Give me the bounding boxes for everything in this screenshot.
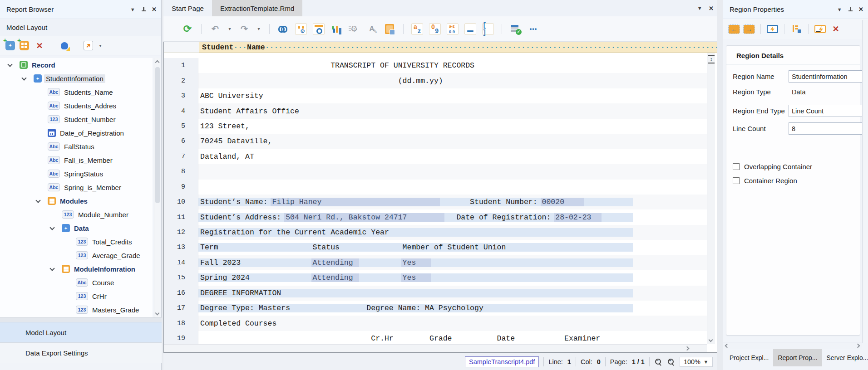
caret-icon[interactable] <box>256 23 261 35</box>
tree-item-fallstatus[interactable]: FallStatus <box>0 140 153 153</box>
region-resize-handle-icon[interactable]: ↕ <box>708 55 715 63</box>
tree-item-masters-grade[interactable]: Masters_Grade <box>0 303 153 316</box>
copy-page-icon[interactable] <box>385 24 394 34</box>
expand-chevron-icon[interactable] <box>50 227 62 229</box>
tree-item-modules[interactable]: Modules <box>0 194 153 208</box>
extracted-field-chip[interactable]: Attending <box>311 273 359 282</box>
assign-model-icon[interactable] <box>59 40 70 52</box>
expand-chevron-icon[interactable] <box>50 268 62 270</box>
tree-item-students-addres[interactable]: Students_Addres <box>0 99 153 112</box>
document-line-17[interactable]: 17Degree Type: Masters Degree Name: MA P… <box>164 301 707 316</box>
document-line-12[interactable]: 12Registration for the Current Academic … <box>164 225 707 240</box>
tool-tab-serverexplo[interactable]: Server Explo... <box>822 349 868 366</box>
tree-item-date-of-registration[interactable]: Date_of_Registration <box>0 126 153 140</box>
panel-switch-model-layout[interactable]: Model Layout <box>0 322 162 343</box>
document-line-6[interactable]: 670245 Dataville, <box>164 134 707 149</box>
font-edit-icon[interactable] <box>366 23 378 35</box>
document-line-18[interactable]: 18Completed Courses <box>164 316 707 331</box>
scroll-up-icon[interactable] <box>155 60 160 65</box>
scroll-left-icon[interactable] <box>725 344 730 348</box>
document-horizontal-scrollbar[interactable] <box>164 344 707 352</box>
document-line-16[interactable]: 16DEGREE INFORMATION <box>164 286 707 301</box>
tab-extractiontemplate-rmd[interactable]: ExtractionTemplate.Rmd <box>212 0 302 16</box>
find-icon[interactable] <box>277 23 289 35</box>
extracted-field-chip[interactable]: Yes <box>401 273 431 282</box>
document-line-4[interactable]: 4Student Affairs Office <box>164 103 707 118</box>
tree-item-spring-is-member[interactable]: Spring_is_Member <box>0 180 153 194</box>
expand-chevron-icon[interactable] <box>36 200 48 202</box>
tool-tab-reportprop[interactable]: Report Prop... <box>773 349 822 366</box>
prev-region-icon[interactable] <box>729 25 740 34</box>
panel-pin-icon[interactable] <box>848 6 853 13</box>
scroll-right-icon[interactable] <box>856 344 860 348</box>
region-end-type-input[interactable] <box>789 105 863 117</box>
tab-list-dropdown-icon[interactable]: ▼ <box>697 5 702 11</box>
tree-item-module-number[interactable]: Module_Number <box>0 208 153 221</box>
sort-az-icon[interactable] <box>411 23 423 35</box>
verify-icon[interactable] <box>313 23 325 35</box>
table-check-icon[interactable] <box>510 23 522 35</box>
redo-icon[interactable] <box>238 23 250 35</box>
extracted-field-chip[interactable]: 00020 <box>541 198 584 206</box>
tree-item-record[interactable]: Record <box>0 58 153 72</box>
panel-dropdown-icon[interactable]: ▼ <box>130 7 135 12</box>
extracted-field-chip[interactable]: Filip Haney <box>271 198 439 206</box>
more-icon[interactable] <box>528 23 539 35</box>
delete-item-icon[interactable] <box>34 40 45 52</box>
export-icon[interactable] <box>84 41 93 50</box>
panel-switch-data-export-settings[interactable]: Data Export Settings <box>0 343 162 363</box>
panel-pin-icon[interactable] <box>141 6 146 13</box>
tree-item-average-grade[interactable]: Average_Grade <box>0 248 153 262</box>
sort-09-icon[interactable] <box>429 23 441 35</box>
source-file-link[interactable]: SampleTranscript4.pdf <box>465 356 539 367</box>
expand-chevron-icon[interactable] <box>8 64 20 66</box>
tree-scrollbar[interactable] <box>154 58 160 317</box>
document-line-7[interactable]: 7Dataland, AT <box>164 149 707 164</box>
delete-region-icon[interactable] <box>830 23 842 35</box>
tree-item-course[interactable]: Course <box>0 276 153 289</box>
document-line-1[interactable]: 1 TRANSCRIPT OF UNIVERSITY RECORDS <box>164 58 707 73</box>
document-line-9[interactable]: 9 <box>164 180 707 195</box>
process-icon[interactable] <box>348 23 360 35</box>
refresh-icon[interactable] <box>182 23 193 35</box>
tree-item-student-number[interactable]: Student_Number <box>0 112 153 126</box>
tree-item-students-name[interactable]: Students_Name <box>0 85 153 99</box>
trap-icon[interactable] <box>767 25 778 33</box>
trap-ruler[interactable]: Student···Name··························… <box>164 42 717 53</box>
panel-close-icon[interactable]: ✕ <box>152 6 157 13</box>
tree-item-crhr[interactable]: CrHr <box>0 289 153 303</box>
document-line-8[interactable]: 8 <box>164 164 707 179</box>
tool-tab-projectexpl[interactable]: Project Expl... <box>725 349 773 366</box>
add-record-icon[interactable] <box>5 41 15 50</box>
document-line-13[interactable]: 13Term Status Member of Student Union <box>164 240 707 255</box>
properties-horizontal-scrollbar[interactable] <box>723 342 862 349</box>
scrollbar-thumb[interactable] <box>155 67 160 203</box>
extracted-field-chip[interactable]: 28-02-23 <box>554 213 602 222</box>
tree-item-springstatus[interactable]: SpringStatus <box>0 167 153 180</box>
tree-item-data[interactable]: Data <box>0 221 153 235</box>
overlapping-container-checkbox[interactable] <box>733 163 740 170</box>
document-line-14[interactable]: 14Fall 2023 Attending Yes <box>164 255 707 270</box>
zoom-level-select[interactable]: 100% ▼ <box>680 357 713 367</box>
panel-close-icon[interactable]: ✕ <box>858 6 863 13</box>
extracted-field-chip[interactable]: Yes <box>401 258 431 267</box>
tab-close-icon[interactable]: ✕ <box>709 5 714 12</box>
adv-trap-icon[interactable] <box>814 25 826 33</box>
scroll-down-icon[interactable] <box>709 338 713 342</box>
document-line-15[interactable]: 15Spring 2024 Attending Yes <box>164 270 707 285</box>
brackets-icon[interactable] <box>482 23 494 35</box>
caret-icon[interactable] <box>98 40 103 52</box>
document-line-19[interactable]: 19 Cr.Hr Grade Date Examiner <box>164 331 707 344</box>
caret-icon[interactable] <box>227 23 232 35</box>
extracted-field-chip[interactable]: 504 Neri Rd., Bakstow 24717 <box>284 213 444 222</box>
document-vertical-scrollbar[interactable]: ↕ <box>707 53 715 344</box>
container-region-checkbox[interactable] <box>733 177 740 184</box>
panel-dropdown-icon[interactable]: ▼ <box>837 7 842 12</box>
undo-icon[interactable] <box>209 23 221 35</box>
auto-define-icon[interactable] <box>295 23 307 35</box>
expand-chevron-icon[interactable] <box>22 78 34 80</box>
tree-item-studentinformation[interactable]: StudentInformation <box>0 72 153 85</box>
tree-item-moduleinfomration[interactable]: ModuleInfomration <box>0 262 153 276</box>
panel-splitter[interactable] <box>0 317 162 322</box>
document-line-3[interactable]: 3ABC University <box>164 88 707 103</box>
